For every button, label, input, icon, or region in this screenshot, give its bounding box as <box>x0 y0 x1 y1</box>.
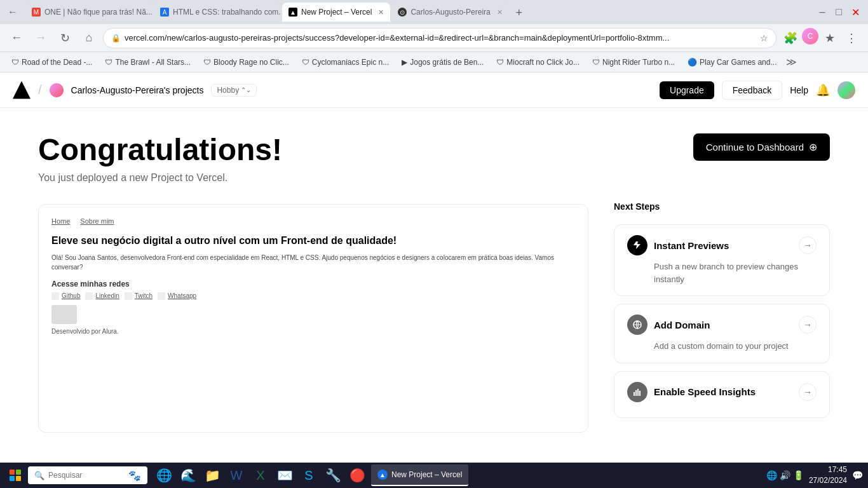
network-icon: 🌐 <box>766 470 777 480</box>
preview-link-github[interactable]: Github <box>51 292 80 300</box>
home-button[interactable]: ⌂ <box>79 28 99 48</box>
browser-tab-github[interactable]: ⊙ Carlos-Augusto-Pereira ✕ <box>391 3 508 22</box>
favorites-button[interactable]: ★ <box>820 28 840 48</box>
browser-tab-gmail[interactable]: M ONE | Não fique para trás! Nã... ✕ <box>25 3 153 22</box>
svg-rect-3 <box>637 389 639 396</box>
taskbar-search-input[interactable] <box>48 471 125 480</box>
more-bookmarks-button[interactable]: ≫ <box>784 54 799 70</box>
address-bar[interactable]: 🔒 ☆ <box>103 28 776 48</box>
preview-link-linkedin[interactable]: Linkedin <box>85 292 119 300</box>
bookmark-miocraft[interactable]: 🛡 Miocraft no Click Jo... <box>491 56 585 69</box>
step-desc-instant-previews: Push a new branch to preview changes ins… <box>627 261 817 285</box>
feedback-button[interactable]: Feedback <box>722 81 782 100</box>
notification-center-button[interactable]: 💬 <box>852 470 863 480</box>
taskbar-app-skype[interactable]: S <box>297 464 320 487</box>
bookmark-jogos[interactable]: ▶ Jogos grátis de Ben... <box>397 56 489 69</box>
preview-link-label: Whatsapp <box>168 292 196 299</box>
skype-icon: S <box>304 468 313 483</box>
browser-toolbar: ← → ↻ ⌂ 🔒 ☆ 🧩 C ★ ⋮ <box>0 24 868 52</box>
bookmark-label: The Brawl - All Stars... <box>115 58 191 67</box>
maximize-button[interactable]: □ <box>831 4 846 20</box>
step-title-row-speed: Enable Speed Insights <box>627 382 756 402</box>
upgrade-button[interactable]: Upgrade <box>660 81 714 99</box>
step-card-add-domain[interactable]: Add Domain → Add a custom domain to your… <box>614 304 830 363</box>
extensions-button[interactable]: 🧩 <box>780 28 801 48</box>
preview-links: Github Linkedin Twitch <box>51 292 575 300</box>
preview-nav: Home Sobre mim <box>51 217 575 225</box>
taskbar-search-box[interactable]: 🔍 🐾 <box>28 466 147 484</box>
preview-link-twitch[interactable]: Twitch <box>125 292 153 300</box>
continue-to-dashboard-button[interactable]: Continue to Dashboard ⊕ <box>693 133 830 161</box>
github-link-icon <box>51 292 59 300</box>
taskbar-app-word[interactable]: W <box>225 464 248 487</box>
bookmark-road-of-dead[interactable]: 🛡 Road of the Dead -... <box>6 56 97 69</box>
header-right: Upgrade Feedback Help 🔔 <box>660 81 855 100</box>
bookmark-bloody-rage[interactable]: 🛡 Bloody Rage no Clic... <box>198 56 294 69</box>
step-arrow-add-domain: → <box>799 316 817 334</box>
bookmark-label: Jogos grátis de Ben... <box>410 58 484 67</box>
back-nav-button[interactable]: ← <box>5 4 20 20</box>
refresh-button[interactable]: ↻ <box>55 28 75 48</box>
tab-favicon-gmail: M <box>32 8 41 17</box>
taskbar-app-unknown[interactable]: 🔧 <box>322 464 344 487</box>
tab-close-icon[interactable]: ✕ <box>378 8 384 17</box>
taskbar-app-edge[interactable]: 🌊 <box>177 464 200 487</box>
bookmark-night-rider[interactable]: 🛡 Night Rider Turbo n... <box>587 56 680 69</box>
user-avatar[interactable] <box>837 81 855 99</box>
vercel-logo[interactable] <box>13 81 31 99</box>
preview-footer: Desenvolvido por Alura. <box>51 328 575 335</box>
profile-button[interactable]: C <box>802 28 818 44</box>
taskbar-app-files[interactable]: 📁 <box>201 464 224 487</box>
preview-link-label: Linkedin <box>95 292 119 299</box>
tab-label: ONE | Não fique para trás! Nã... <box>44 8 153 17</box>
taskbar-app-icons: 🌐 🌊 📁 W X ✉️ S 🔧 🔴 <box>153 464 369 487</box>
step-card-speed-insights[interactable]: Enable Speed Insights → <box>614 371 830 418</box>
bookmark-star-icon[interactable]: ☆ <box>760 33 768 43</box>
preview-nav-about[interactable]: Sobre mim <box>80 217 114 225</box>
help-button[interactable]: Help <box>790 85 808 95</box>
start-button[interactable] <box>5 465 25 485</box>
taskbar-app-excel[interactable]: X <box>249 464 272 487</box>
clock-date: 27/02/2024 <box>809 475 847 486</box>
tab-favicon-alura: A <box>160 8 169 17</box>
address-input[interactable] <box>125 33 756 43</box>
taskbar-app-mail[interactable]: ✉️ <box>273 464 296 487</box>
bookmark-label: Cyclomaniacs Epic n... <box>312 58 389 67</box>
minimize-button[interactable]: – <box>815 4 830 20</box>
next-steps-title: Next Steps <box>614 201 830 212</box>
step-card-instant-previews[interactable]: Instant Previews → Push a new branch to … <box>614 224 830 296</box>
congrats-subtitle: You just deployed a new Project to Verce… <box>38 172 588 184</box>
bookmark-car-games[interactable]: 🔵 Play Car Games and... <box>682 56 782 69</box>
project-name: Carlos-Augusto-Pereira's projects <box>71 85 204 95</box>
plan-badge[interactable]: Hobby ⌃⌄ <box>211 84 257 97</box>
step-arrow-instant-previews: → <box>799 236 817 254</box>
preview-link-label: Twitch <box>135 292 153 299</box>
taskbar-app-chrome2[interactable]: 🔴 <box>346 464 369 487</box>
step-title-row-domain: Add Domain <box>627 315 710 335</box>
project-avatar <box>50 83 64 97</box>
linkedin-link-icon <box>85 292 93 300</box>
new-tab-button[interactable]: + <box>510 4 528 22</box>
browser-tab-vercel[interactable]: ▲ New Project – Vercel ✕ <box>282 3 390 22</box>
tab-close-icon[interactable]: ✕ <box>497 8 503 17</box>
menu-button[interactable]: ⋮ <box>841 28 862 48</box>
active-window-favicon: ▲ <box>377 470 388 480</box>
bookmark-favicon: ▶ <box>402 58 407 67</box>
tab-favicon-github: ⊙ <box>398 8 407 17</box>
active-window-taskbar-item[interactable]: ▲ New Project – Vercel <box>371 464 468 486</box>
preview-link-whatsapp[interactable]: Whatsapp <box>158 292 196 300</box>
window-controls: – □ ✕ <box>815 4 863 20</box>
forward-button[interactable]: → <box>31 28 51 48</box>
taskbar-app-chrome[interactable]: 🌐 <box>153 464 175 487</box>
close-button[interactable]: ✕ <box>848 4 863 20</box>
preview-nav-home[interactable]: Home <box>51 217 70 225</box>
preview-links-title: Acesse minhas redes <box>51 280 575 288</box>
bookmark-cyclo[interactable]: 🛡 Cyclomaniacs Epic n... <box>297 56 394 69</box>
notifications-button[interactable]: 🔔 <box>816 83 830 97</box>
browser-tab-alura[interactable]: A HTML e CSS: trabalhando com... ✕ <box>154 3 281 22</box>
bookmark-brawl[interactable]: 🛡 The Brawl - All Stars... <box>100 56 196 69</box>
back-button[interactable]: ← <box>6 28 27 48</box>
files-icon: 📁 <box>205 468 220 483</box>
system-clock[interactable]: 17:45 27/02/2024 <box>809 464 847 486</box>
step-title-row: Instant Previews <box>627 235 729 255</box>
